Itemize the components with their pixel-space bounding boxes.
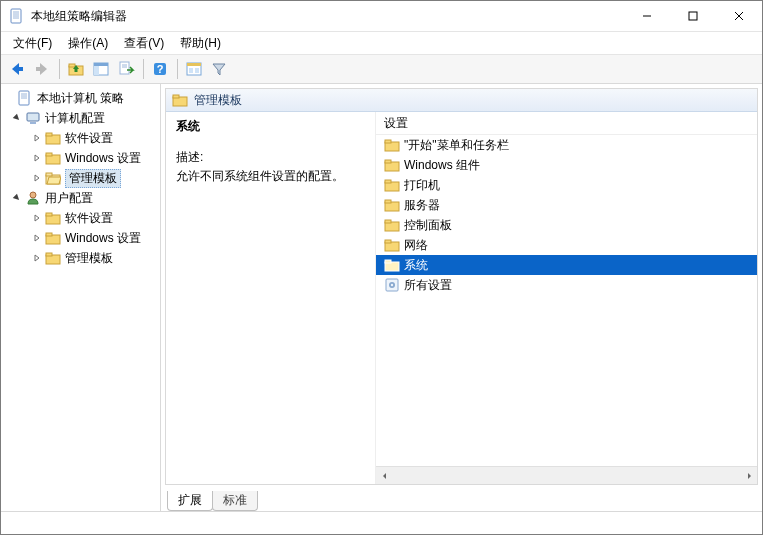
folder-icon — [384, 257, 400, 273]
tree-node-software[interactable]: 软件设置 — [3, 128, 158, 148]
tree-node-user[interactable]: 用户配置 — [3, 188, 158, 208]
tree-label: 计算机配置 — [45, 110, 109, 127]
expand-collapse-icon[interactable] — [11, 112, 23, 124]
window: 本地组策略编辑器 文件(F) 操作(A) 查看(V) 帮助(H) — [0, 0, 763, 535]
expand-collapse-icon[interactable] — [31, 172, 43, 184]
menu-action[interactable]: 操作(A) — [60, 33, 116, 54]
tree-node-user-templates[interactable]: 管理模板 — [3, 248, 158, 268]
expand-collapse-icon[interactable] — [11, 192, 23, 204]
list-item[interactable]: Windows 组件 — [376, 155, 757, 175]
folder-icon — [384, 177, 400, 193]
list-item[interactable]: 网络 — [376, 235, 757, 255]
folder-icon — [384, 237, 400, 253]
list-item[interactable]: 打印机 — [376, 175, 757, 195]
scroll-left-icon[interactable] — [376, 467, 393, 484]
svg-rect-15 — [94, 66, 99, 75]
svg-rect-9 — [18, 67, 23, 71]
tree-label: 管理模板 — [65, 250, 117, 267]
svg-rect-47 — [385, 140, 391, 143]
tab-extended[interactable]: 扩展 — [167, 491, 213, 511]
list-item-label: 控制面板 — [404, 217, 452, 234]
expand-collapse-icon[interactable] — [31, 252, 43, 264]
svg-rect-10 — [36, 67, 41, 71]
tree-label: 软件设置 — [65, 130, 117, 147]
folder-icon — [384, 197, 400, 213]
svg-rect-45 — [173, 95, 179, 98]
tree-node-computer[interactable]: 计算机配置 — [3, 108, 158, 128]
svg-rect-55 — [385, 220, 391, 223]
folder-icon — [45, 130, 61, 146]
tree-node-admin-templates[interactable]: 管理模板 — [3, 168, 158, 188]
list-item[interactable]: 服务器 — [376, 195, 757, 215]
list-item-label: 打印机 — [404, 177, 440, 194]
tabstrip: 扩展 标准 — [161, 489, 762, 511]
expand-collapse-icon[interactable] — [31, 152, 43, 164]
expand-collapse-icon[interactable] — [31, 232, 43, 244]
svg-rect-41 — [46, 233, 52, 236]
path-title: 管理模板 — [194, 92, 242, 109]
list-item[interactable]: 控制面板 — [376, 215, 757, 235]
svg-rect-57 — [385, 240, 391, 243]
svg-rect-34 — [46, 153, 52, 156]
minimize-button[interactable] — [624, 1, 670, 31]
svg-rect-6 — [689, 12, 697, 20]
svg-rect-36 — [46, 173, 52, 176]
export-list-button[interactable] — [114, 57, 138, 81]
svg-rect-24 — [195, 68, 199, 73]
menu-file[interactable]: 文件(F) — [5, 33, 60, 54]
description-text: 允许不同系统组件设置的配置。 — [176, 168, 365, 185]
svg-point-37 — [30, 192, 36, 198]
scroll-right-icon[interactable] — [740, 467, 757, 484]
computer-icon — [25, 110, 41, 126]
tree-panel[interactable]: 本地计算机 策略 计算机配置 — [1, 84, 161, 511]
forward-button[interactable] — [30, 57, 54, 81]
back-button[interactable] — [5, 57, 29, 81]
up-button[interactable] — [64, 57, 88, 81]
blank-twisty — [3, 92, 15, 104]
svg-rect-51 — [385, 180, 391, 183]
content-area: 本地计算机 策略 计算机配置 — [1, 84, 762, 511]
tree-node-root[interactable]: 本地计算机 策略 — [3, 88, 158, 108]
folder-icon — [384, 217, 400, 233]
svg-rect-39 — [46, 213, 52, 216]
tree-node-user-windows[interactable]: Windows 设置 — [3, 228, 158, 248]
svg-rect-30 — [30, 122, 36, 124]
list-item[interactable]: "开始"菜单和任务栏 — [376, 135, 757, 155]
folder-icon — [172, 92, 188, 108]
properties-button[interactable] — [182, 57, 206, 81]
settings-icon — [384, 277, 400, 293]
list-item[interactable]: 系统 — [376, 255, 757, 275]
window-title: 本地组策略编辑器 — [31, 8, 624, 25]
tree-label: 管理模板 — [65, 169, 121, 188]
menu-help[interactable]: 帮助(H) — [172, 33, 229, 54]
tree-node-windows-settings[interactable]: Windows 设置 — [3, 148, 158, 168]
tree-label: 本地计算机 策略 — [37, 90, 128, 107]
tab-standard[interactable]: 标准 — [212, 491, 258, 511]
toolbar: ? — [1, 55, 762, 84]
show-hide-tree-button[interactable] — [89, 57, 113, 81]
list-header[interactable]: 设置 — [376, 112, 757, 135]
tree-label: 用户配置 — [45, 190, 97, 207]
tree-label: Windows 设置 — [65, 230, 145, 247]
list-body[interactable]: "开始"菜单和任务栏Windows 组件打印机服务器控制面板网络系统所有设置 — [376, 135, 757, 466]
expand-collapse-icon[interactable] — [31, 132, 43, 144]
window-controls — [624, 1, 762, 31]
svg-rect-29 — [27, 113, 39, 121]
maximize-button[interactable] — [670, 1, 716, 31]
folder-icon — [384, 157, 400, 173]
expand-collapse-icon[interactable] — [31, 212, 43, 224]
right-panel: 管理模板 系统 描述: 允许不同系统组件设置的配置。 设置 "开始"菜单和任务栏… — [161, 84, 762, 511]
list-item[interactable]: 所有设置 — [376, 275, 757, 295]
help-button[interactable]: ? — [148, 57, 172, 81]
list-item-label: Windows 组件 — [404, 157, 480, 174]
horizontal-scrollbar[interactable] — [376, 466, 757, 484]
svg-point-62 — [391, 284, 393, 286]
section-title: 系统 — [176, 118, 365, 149]
close-button[interactable] — [716, 1, 762, 31]
filter-button[interactable] — [207, 57, 231, 81]
statusbar — [1, 511, 762, 534]
list-header-label: 设置 — [384, 115, 408, 132]
tree-node-user-software[interactable]: 软件设置 — [3, 208, 158, 228]
menu-view[interactable]: 查看(V) — [116, 33, 172, 54]
toolbar-separator — [59, 59, 60, 79]
